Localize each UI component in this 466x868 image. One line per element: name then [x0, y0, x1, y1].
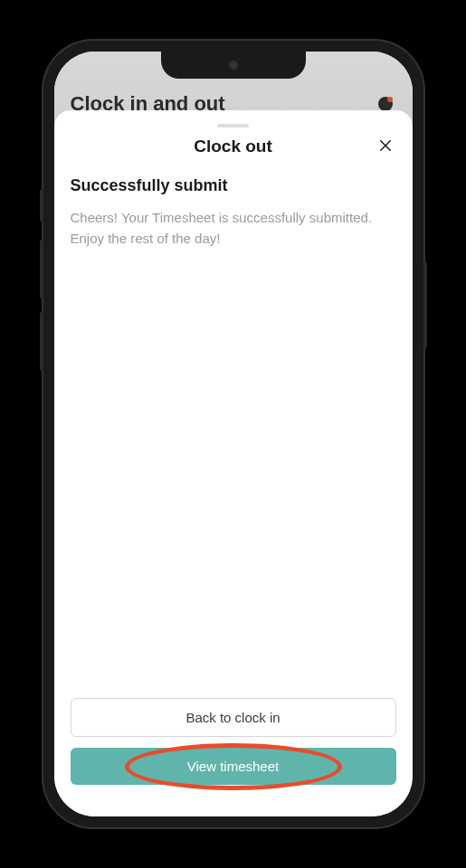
close-button[interactable] [375, 135, 396, 156]
modal-content: Successfully submit Cheers! Your Timeshe… [71, 176, 396, 698]
phone-frame: Clock in and out Clock out [43, 41, 423, 827]
silent-switch [40, 190, 43, 222]
view-timesheet-button[interactable]: View timesheet [71, 748, 396, 785]
volume-down [40, 312, 43, 371]
success-message: Cheers! Your Timesheet is successfully s… [71, 208, 396, 249]
phone-notch [161, 52, 306, 79]
phone-screen: Clock in and out Clock out [54, 52, 413, 816]
svg-point-1 [387, 97, 393, 102]
modal-header: Clock out [71, 137, 396, 156]
clock-out-modal: Clock out Successfully submit Cheers! Yo… [54, 110, 413, 816]
volume-up [40, 240, 43, 298]
back-to-clock-in-button[interactable]: Back to clock in [71, 698, 396, 737]
success-heading: Successfully submit [71, 176, 396, 195]
button-group: Back to clock in View timesheet [71, 698, 396, 785]
modal-title: Clock out [71, 137, 396, 156]
close-icon [377, 137, 394, 154]
drag-handle[interactable] [217, 124, 249, 127]
power-button [423, 262, 427, 348]
